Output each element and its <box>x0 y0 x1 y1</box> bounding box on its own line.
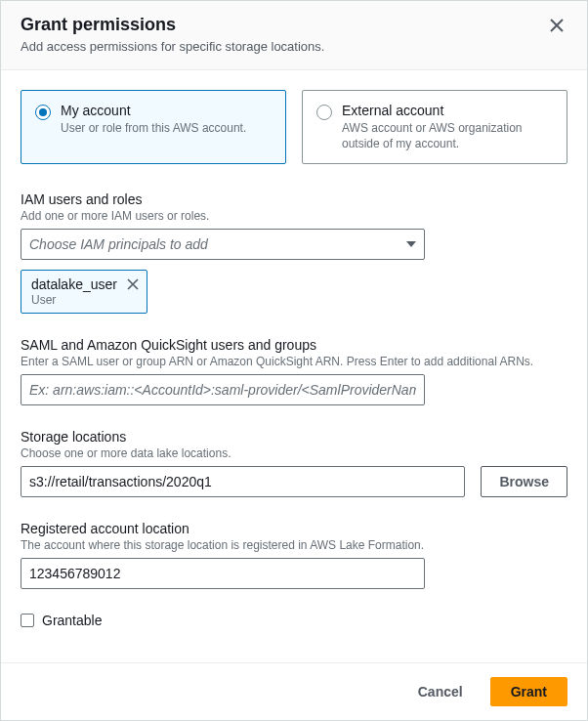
select-placeholder: Choose IAM principals to add <box>29 236 208 252</box>
modal-title: Grant permissions <box>21 15 324 35</box>
iam-help: Add one or more IAM users or roles. <box>21 209 567 223</box>
iam-principals-select[interactable]: Choose IAM principals to add <box>21 229 425 260</box>
close-icon <box>550 19 564 32</box>
tile-external-account[interactable]: External account AWS account or AWS orga… <box>302 90 567 164</box>
close-icon <box>127 278 139 290</box>
radio-icon <box>35 105 51 120</box>
modal-subtitle: Add access permissions for specific stor… <box>21 39 324 54</box>
chevron-down-icon <box>406 241 416 247</box>
saml-label: SAML and Amazon QuickSight users and gro… <box>21 337 567 353</box>
storage-help: Choose one or more data lake locations. <box>21 446 567 460</box>
token-type: User <box>31 293 117 307</box>
grantable-checkbox[interactable] <box>21 614 34 627</box>
iam-token-datalake-user: datalake_user User <box>21 270 147 314</box>
browse-button[interactable]: Browse <box>481 466 567 497</box>
account-type-tiles: My account User or role from this AWS ac… <box>21 90 567 164</box>
modal-footer: Cancel Grant <box>1 662 587 720</box>
registered-label: Registered account location <box>21 521 567 536</box>
tile-my-account[interactable]: My account User or role from this AWS ac… <box>21 90 286 164</box>
grant-permissions-modal: Grant permissions Add access permissions… <box>0 0 588 721</box>
tile-title: My account <box>61 103 246 118</box>
tile-desc: AWS account or AWS organization outside … <box>342 120 553 151</box>
grantable-label: Grantable <box>42 613 102 628</box>
token-remove-button[interactable] <box>127 278 139 290</box>
iam-section: IAM users and roles Add one or more IAM … <box>21 191 567 314</box>
saml-help: Enter a SAML user or group ARN or Amazon… <box>21 355 567 368</box>
cancel-button[interactable]: Cancel <box>400 678 481 705</box>
registered-account-input[interactable] <box>21 558 425 589</box>
storage-section: Storage locations Choose one or more dat… <box>21 429 567 497</box>
token-name: datalake_user <box>31 276 117 292</box>
radio-icon <box>316 105 332 120</box>
iam-label: IAM users and roles <box>21 191 567 207</box>
grantable-row[interactable]: Grantable <box>21 613 567 628</box>
registered-help: The account where this storage location … <box>21 538 567 552</box>
storage-location-input[interactable] <box>21 466 465 497</box>
grant-button[interactable]: Grant <box>490 677 567 706</box>
tile-title: External account <box>342 103 553 118</box>
close-button[interactable] <box>546 15 567 36</box>
tile-desc: User or role from this AWS account. <box>61 120 246 136</box>
modal-body: My account User or role from this AWS ac… <box>1 70 587 662</box>
modal-header: Grant permissions Add access permissions… <box>1 1 587 70</box>
saml-arn-input[interactable] <box>21 374 425 405</box>
registered-section: Registered account location The account … <box>21 521 567 589</box>
storage-label: Storage locations <box>21 429 567 445</box>
saml-section: SAML and Amazon QuickSight users and gro… <box>21 337 567 405</box>
